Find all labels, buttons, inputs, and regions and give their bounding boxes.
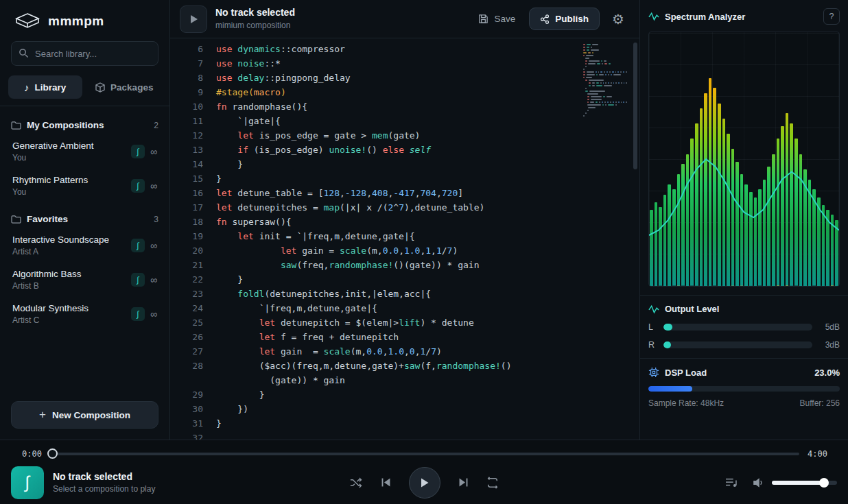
preview-play-button[interactable]	[180, 5, 207, 33]
main-area: No track selected mimium composition Sav…	[170, 0, 639, 440]
code-line[interactable]: 12 let is_pos_edge = gate > mem(gate)	[170, 128, 639, 143]
code-line[interactable]: 14 }	[170, 157, 639, 171]
editor-topbar: No track selected mimium composition Sav…	[170, 0, 639, 38]
minimap-line	[587, 93, 628, 95]
line-number: 17	[170, 200, 203, 215]
code-line[interactable]: 27 let gain = scale(m,0.0,1.0,0,1/7)	[170, 344, 639, 359]
code-line[interactable]: 24 `|freq,m,detune,gate|{	[170, 301, 639, 315]
new-composition-button[interactable]: + New Composition	[11, 401, 158, 429]
line-number: 8	[170, 71, 203, 85]
code-text: foldl(detunepitches,init,|elem,acc|{	[203, 287, 431, 301]
queue-icon	[725, 477, 738, 488]
code-line[interactable]: 8use delay::pingpong_delay	[170, 71, 639, 85]
code-line[interactable]: 11 `|gate|{	[170, 114, 639, 128]
line-number: 14	[170, 157, 203, 171]
code-line[interactable]: 32	[170, 431, 639, 440]
code-text: fn randomphase(){	[203, 99, 307, 114]
code-line[interactable]: 23 foldl(detunepitches,init,|elem,acc|{	[170, 287, 639, 301]
previous-button[interactable]	[380, 477, 392, 488]
share-icon	[540, 14, 550, 24]
volume-slider[interactable]	[772, 481, 837, 485]
code-line[interactable]: 6use dynamics::compressor	[170, 42, 639, 56]
code-text: ($acc)(freq,m,detune,gate)+saw(f,randomp…	[203, 359, 512, 373]
minimap-line	[589, 82, 628, 84]
code-text: (gate)) * gain	[203, 373, 345, 387]
dsp-load-fill	[648, 386, 692, 392]
code-line[interactable]: 9#stage(macro)	[170, 85, 639, 99]
line-number: 13	[170, 143, 203, 157]
tab-packages[interactable]: Packages	[88, 75, 162, 99]
code-line[interactable]: 30 })	[170, 402, 639, 416]
list-item[interactable]: Rhythmic PatternsYou∫∞	[11, 169, 158, 203]
minimap[interactable]	[583, 44, 628, 121]
save-label: Save	[494, 14, 515, 24]
code-line[interactable]: 22 }	[170, 272, 639, 287]
code-line[interactable]: 7use noise::*	[170, 56, 639, 71]
code-text: use dynamics::compressor	[203, 42, 345, 56]
code-line[interactable]: 20 let gain = scale(m,0.0,1.0,1,1/7)	[170, 243, 639, 258]
scrollbar-thumb[interactable]	[633, 43, 637, 169]
code-line[interactable]: (gate)) * gain	[170, 373, 639, 387]
save-button[interactable]: Save	[471, 8, 522, 29]
code-line[interactable]: 15}	[170, 171, 639, 186]
line-number: 29	[170, 387, 203, 402]
code-line[interactable]: 21 saw(freq,randomphase!()(gate)) * gain	[170, 258, 639, 272]
timeline-track[interactable]	[50, 453, 799, 455]
tab-library[interactable]: ♪ Library	[8, 75, 82, 99]
code-line[interactable]: 28 ($acc)(freq,m,detune,gate)+saw(f,rand…	[170, 359, 639, 373]
search-input[interactable]	[11, 41, 158, 66]
repeat-button[interactable]	[486, 477, 499, 489]
code-line[interactable]: 17let detunepitches = map(|x| x /(2^7),d…	[170, 200, 639, 215]
buffer-label: Buffer: 256	[800, 398, 840, 408]
code-line[interactable]: 25 let detunepitch = $(elem|>lift) * det…	[170, 315, 639, 330]
line-number: 26	[170, 330, 203, 344]
code-line[interactable]: 10fn randomphase(){	[170, 99, 639, 114]
shuffle-button[interactable]	[350, 477, 363, 489]
code-editor[interactable]: 6use dynamics::compressor7use noise::*8u…	[170, 38, 639, 440]
minimap-line	[583, 52, 628, 53]
editor-scrollbar[interactable]	[633, 43, 637, 428]
minimap-line	[583, 47, 628, 48]
minimap-line	[583, 118, 628, 119]
list-item[interactable]: Algorithmic BassArtist B∫∞	[11, 263, 158, 297]
spectrum-section: Spectrum Analyzer ?	[640, 0, 848, 296]
item-title: Algorithmic Bass	[12, 269, 131, 279]
logo-cube-icon	[14, 12, 41, 30]
code-line[interactable]: 31}	[170, 416, 639, 431]
queue-button[interactable]	[725, 477, 738, 488]
next-button[interactable]	[458, 477, 469, 488]
tab-label: Packages	[110, 82, 153, 93]
meter-row-left: L 5dB	[648, 322, 840, 332]
player-bar: 0:00 4:00 ∫ No track selected Select a c…	[0, 440, 848, 504]
meter-track	[663, 341, 812, 348]
play-button[interactable]	[409, 467, 440, 499]
cpu-icon	[648, 367, 659, 378]
timeline-scrubber[interactable]	[47, 448, 58, 459]
code-text: }	[203, 157, 243, 171]
help-button[interactable]: ?	[823, 8, 840, 25]
folder-icon	[11, 121, 21, 130]
list-item[interactable]: Modular SynthesisArtist C∫∞	[11, 297, 158, 331]
list-item[interactable]: Interactive SoundscapeArtist A∫∞	[11, 228, 158, 263]
line-number: 11	[170, 114, 203, 128]
line-number	[170, 373, 203, 387]
track-subtitle: mimium composition	[215, 21, 295, 31]
code-line[interactable]: 29 }	[170, 387, 639, 402]
folder-icon	[11, 215, 21, 224]
volume-fill	[772, 481, 824, 485]
volume-knob[interactable]	[819, 478, 829, 488]
settings-gear-button[interactable]: ⚙	[606, 8, 630, 31]
spectrum-chart	[648, 32, 840, 287]
code-line[interactable]: 16let detune_table = [128,-128,408,-417,…	[170, 186, 639, 200]
code-line[interactable]: 19 let init = `|freq,m,detune,gate|{	[170, 229, 639, 243]
code-line[interactable]: 26 let f = freq + detunepitch	[170, 330, 639, 344]
output-level-title: Output Level	[665, 304, 719, 314]
minimap-line	[585, 66, 628, 67]
code-line[interactable]: 13 if (is_pos_edge) unoise!() else self	[170, 143, 639, 157]
code-line[interactable]: 18fn supersaw(){	[170, 215, 639, 229]
list-item[interactable]: Generative AmbientYou∫∞	[11, 134, 158, 169]
code-text: if (is_pos_edge) unoise!() else self	[203, 143, 431, 157]
gear-icon: ⚙	[612, 11, 624, 27]
publish-button[interactable]: Publish	[529, 8, 600, 30]
plus-icon: +	[39, 408, 46, 422]
